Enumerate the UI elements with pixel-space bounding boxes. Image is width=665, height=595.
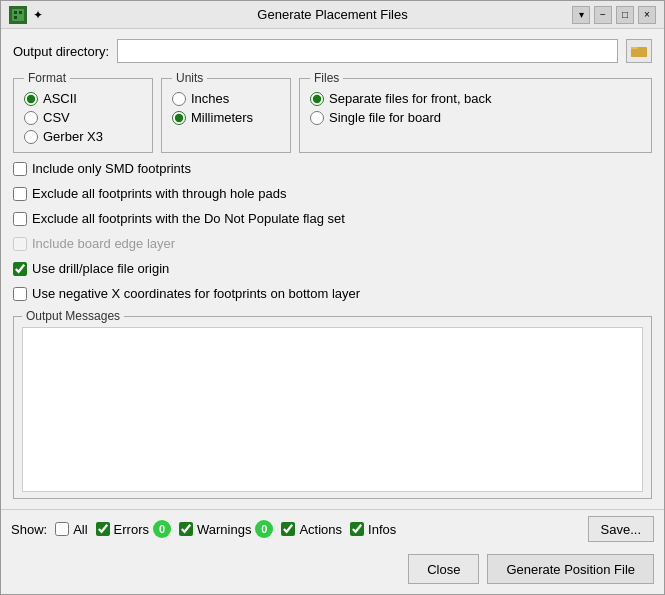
format-ascii-radio[interactable]: [24, 92, 38, 106]
filter-infos-label: Infos: [368, 522, 396, 537]
format-gerber-label: Gerber X3: [43, 129, 103, 144]
filter-errors-label: Errors: [114, 522, 149, 537]
filter-infos-checkbox[interactable]: [350, 522, 364, 536]
output-messages-legend: Output Messages: [22, 309, 124, 323]
bottom-bar: Show: All Errors 0 Warnings 0 Actions In…: [1, 509, 664, 548]
output-messages-group: Output Messages: [13, 309, 652, 499]
option-boardedge-label: Include board edge layer: [32, 236, 175, 251]
window-title: Generate Placement Files: [257, 7, 407, 22]
content-area: Output directory: Format ASCII: [1, 29, 664, 509]
format-gerber-radio[interactable]: [24, 130, 38, 144]
filter-all: All: [55, 522, 87, 537]
output-dir-row: Output directory:: [13, 39, 652, 63]
warnings-badge: 0: [255, 520, 273, 538]
filter-actions-checkbox[interactable]: [281, 522, 295, 536]
svg-rect-3: [14, 16, 17, 19]
show-label: Show:: [11, 522, 47, 537]
filter-warnings-label: Warnings: [197, 522, 251, 537]
close-button[interactable]: Close: [408, 554, 479, 584]
output-dir-label: Output directory:: [13, 44, 109, 59]
format-group: Format ASCII CSV Gerber X3: [13, 71, 153, 153]
filter-actions-label: Actions: [299, 522, 342, 537]
units-mm-radio[interactable]: [172, 111, 186, 125]
browse-button[interactable]: [626, 39, 652, 63]
format-csv-row: CSV: [24, 110, 142, 125]
units-mm-label: Millimeters: [191, 110, 253, 125]
format-ascii-row: ASCII: [24, 91, 142, 106]
filter-errors: Errors 0: [96, 520, 171, 538]
option-drillplace-row: Use drill/place file origin: [13, 261, 652, 276]
errors-badge: 0: [153, 520, 171, 538]
filter-errors-checkbox[interactable]: [96, 522, 110, 536]
format-ascii-label: ASCII: [43, 91, 77, 106]
title-bar-controls: ▾ − □ ×: [572, 6, 656, 24]
units-inches-radio[interactable]: [172, 92, 186, 106]
filter-all-label: All: [73, 522, 87, 537]
files-separate-label: Separate files for front, back: [329, 91, 492, 106]
option-dnp-label: Exclude all footprints with the Do Not P…: [32, 211, 345, 226]
option-negx-row: Use negative X coordinates for footprint…: [13, 286, 652, 301]
option-dnp-row: Exclude all footprints with the Do Not P…: [13, 211, 652, 226]
format-csv-label: CSV: [43, 110, 70, 125]
format-legend: Format: [24, 71, 70, 85]
svg-rect-0: [12, 9, 24, 21]
collapse-button[interactable]: ▾: [572, 6, 590, 24]
option-drillplace-checkbox[interactable]: [13, 262, 27, 276]
files-separate-radio[interactable]: [310, 92, 324, 106]
svg-rect-2: [19, 11, 22, 14]
units-legend: Units: [172, 71, 207, 85]
files-separate-row: Separate files for front, back: [310, 91, 641, 106]
files-single-label: Single file for board: [329, 110, 441, 125]
files-group: Files Separate files for front, back Sin…: [299, 71, 652, 153]
option-throughhole-row: Exclude all footprints with through hole…: [13, 186, 652, 201]
svg-rect-1: [14, 11, 17, 14]
maximize-button[interactable]: □: [616, 6, 634, 24]
filter-infos: Infos: [350, 522, 396, 537]
option-smd-label: Include only SMD footprints: [32, 161, 191, 176]
option-drillplace-label: Use drill/place file origin: [32, 261, 169, 276]
output-messages-content: [22, 327, 643, 492]
units-inches-label: Inches: [191, 91, 229, 106]
units-inches-row: Inches: [172, 91, 280, 106]
files-single-row: Single file for board: [310, 110, 641, 125]
option-negx-label: Use negative X coordinates for footprint…: [32, 286, 360, 301]
option-boardedge-checkbox[interactable]: [13, 237, 27, 251]
minimize-button[interactable]: −: [594, 6, 612, 24]
option-throughhole-checkbox[interactable]: [13, 187, 27, 201]
filter-warnings-checkbox[interactable]: [179, 522, 193, 536]
units-mm-row: Millimeters: [172, 110, 280, 125]
option-smd-row: Include only SMD footprints: [13, 161, 652, 176]
files-legend: Files: [310, 71, 343, 85]
format-gerber-row: Gerber X3: [24, 129, 142, 144]
options-section: Include only SMD footprints Exclude all …: [13, 161, 652, 301]
output-dir-input[interactable]: [117, 39, 618, 63]
groups-row: Format ASCII CSV Gerber X3 Units: [13, 71, 652, 153]
title-bar: ✦ Generate Placement Files ▾ − □ ×: [1, 1, 664, 29]
option-smd-checkbox[interactable]: [13, 162, 27, 176]
option-dnp-checkbox[interactable]: [13, 212, 27, 226]
main-window: ✦ Generate Placement Files ▾ − □ × Outpu…: [0, 0, 665, 595]
app-icon: [9, 6, 27, 24]
title-bar-left: ✦: [9, 6, 43, 24]
close-button[interactable]: ×: [638, 6, 656, 24]
filter-warnings: Warnings 0: [179, 520, 273, 538]
cursor-icon: ✦: [33, 8, 43, 22]
units-group: Units Inches Millimeters: [161, 71, 291, 153]
filter-actions: Actions: [281, 522, 342, 537]
format-csv-radio[interactable]: [24, 111, 38, 125]
filter-all-checkbox[interactable]: [55, 522, 69, 536]
generate-button[interactable]: Generate Position File: [487, 554, 654, 584]
option-boardedge-row: Include board edge layer: [13, 236, 652, 251]
folder-icon: [631, 44, 647, 58]
option-throughhole-label: Exclude all footprints with through hole…: [32, 186, 286, 201]
option-negx-checkbox[interactable]: [13, 287, 27, 301]
footer-buttons: Close Generate Position File: [1, 548, 664, 594]
svg-rect-6: [631, 49, 647, 57]
files-single-radio[interactable]: [310, 111, 324, 125]
save-button[interactable]: Save...: [588, 516, 654, 542]
